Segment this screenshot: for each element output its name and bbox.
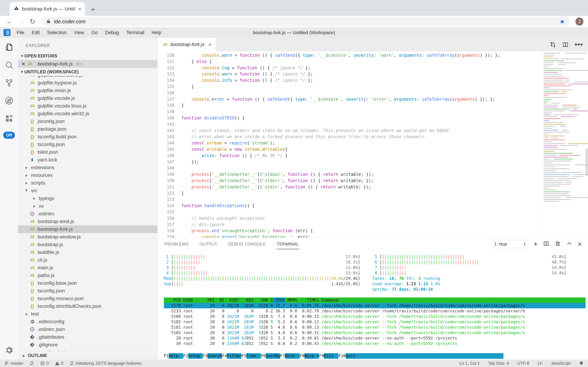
file-row[interactable]: .eslintrc.json (18, 325, 157, 333)
split-editor-icon[interactable] (562, 41, 569, 48)
status-branch[interactable]: master (4, 361, 23, 366)
file-row[interactable]: .eslintrc (18, 210, 157, 218)
file-row[interactable]: {}tsconfig.base.json (18, 279, 157, 287)
code-line[interactable]: 131 } else { (157, 59, 542, 65)
code-line[interactable]: 134 console.info = function () { /* igno… (157, 77, 542, 84)
file-row[interactable]: JSgulpfile.vscode.js (18, 94, 157, 102)
folder-row[interactable]: ▸src (18, 187, 157, 194)
menu-view[interactable]: View (70, 30, 88, 35)
off-toggle-badge[interactable]: Off (3, 132, 15, 139)
address-bar[interactable]: ide.coder.com ★ (41, 17, 570, 26)
bell-icon[interactable] (579, 361, 584, 366)
status-utf-8[interactable]: UTF-8 (517, 361, 529, 366)
avatar[interactable]: J (575, 17, 583, 25)
code-line[interactable]: 148 (157, 165, 542, 171)
maximize-panel-icon[interactable] (566, 240, 572, 248)
editor-tab[interactable]: JS bootstrap-fork.js × (157, 38, 216, 51)
file-row[interactable]: {}tsconfig.json (18, 141, 157, 148)
close-editor-icon[interactable]: × (22, 61, 25, 67)
status-warning[interactable]: 0 (55, 361, 63, 366)
file-row[interactable]: {}tslint.json (18, 148, 157, 156)
folder-row[interactable]: ▸extensions (18, 164, 157, 171)
code-line[interactable]: 141 (157, 121, 542, 128)
debug-off-icon[interactable] (4, 96, 14, 105)
status-error[interactable]: 0 (40, 361, 49, 366)
code-line[interactable]: 143 // error when we are inside a forked… (157, 134, 542, 140)
status-tab-size-4[interactable]: Tab Size: 4 (488, 361, 509, 366)
app-logo-icon[interactable] (3, 29, 10, 36)
explorer-icon[interactable] (4, 42, 14, 52)
editor-scrollbar[interactable] (586, 148, 588, 176)
terminal[interactable]: 1[|||||||||||||17.8%]2[|||||||||||16.1%]… (157, 250, 588, 359)
code-line[interactable]: 154function handleExceptions() { (157, 203, 542, 209)
code-line[interactable]: 156 // Handle uncaught exceptions (157, 215, 542, 222)
outline-header[interactable]: ▸ OUTLINE (18, 351, 157, 359)
code-line[interactable]: 130 console.warn = function () { safeSen… (157, 52, 542, 59)
panel-tab-terminal[interactable]: TERMINAL (276, 241, 299, 248)
code-line[interactable]: 137 console.error = function () { safeSe… (157, 96, 542, 103)
code-line[interactable]: 136 (157, 90, 542, 96)
search-icon[interactable] (4, 60, 14, 70)
code-line[interactable]: 155 (157, 209, 542, 215)
settings-gear-icon[interactable] (4, 345, 14, 355)
file-row[interactable]: {}tsconfig.json (18, 287, 157, 295)
file-row[interactable]: JSbootstrap-amd.js (18, 218, 157, 225)
status-lf[interactable]: LF (538, 361, 542, 366)
file-row[interactable]: .editorconfig (18, 318, 157, 325)
code-line[interactable]: 153 (157, 196, 542, 203)
file-row[interactable]: JScli.js (18, 256, 157, 264)
code-line[interactable]: 139 (157, 109, 542, 115)
terminal-select[interactable]: 1: htop ▲▼ (492, 240, 528, 248)
process-table-header[interactable]: PIDUSERPRINIVIRTRESSHRSCPU%MEM%TIME+Comm… (164, 298, 586, 303)
file-row[interactable]: JSgulpfile.extensions.js (18, 76, 157, 79)
more-actions-icon[interactable]: ••• (575, 41, 583, 49)
code-line[interactable]: 159 console.error('Uncaught Exception: '… (157, 234, 542, 238)
source-control-icon[interactable] (4, 78, 14, 88)
code-editor[interactable]: 130 console.warn = function () { safeSen… (157, 51, 588, 238)
folder-row[interactable]: ▸scripts (18, 179, 157, 187)
code-line[interactable]: 158 process.on('uncaughtException', func… (157, 228, 542, 234)
code-line[interactable]: 150 process['__defineGetter__']('stderr'… (157, 178, 542, 184)
menu-help[interactable]: Help (148, 30, 165, 35)
code-line[interactable]: 132 console.log = function () { /* ignor… (157, 65, 542, 71)
menu-selection[interactable]: Selection (43, 30, 70, 35)
code-line[interactable]: 144 const stream = require('stream'); (157, 140, 542, 146)
split-terminal-icon[interactable] (543, 240, 549, 248)
code-line[interactable]: 149 process['__defineGetter__']('stdout'… (157, 171, 542, 178)
open-editor-item[interactable]: × JS bootstrap-fork.js src (18, 60, 157, 68)
file-row[interactable]: JSpaths.js (18, 272, 157, 279)
menu-debug[interactable]: Debug (101, 30, 123, 35)
file-row[interactable]: {}package.json (18, 125, 157, 133)
folder-row[interactable]: ▸vs (18, 202, 157, 210)
browser-tab[interactable]: bootstrap-fork.js — Untitled (W × (10, 2, 85, 16)
file-row[interactable]: JSgulpfile.vscode.win32.js (18, 110, 157, 117)
forward-icon[interactable]: → (16, 17, 26, 26)
file-row[interactable]: JSmain.js (18, 264, 157, 272)
file-row[interactable]: {}tsconfig.monaco.json (18, 295, 157, 302)
status-sync[interactable] (29, 361, 34, 366)
file-row[interactable]: yarn.lock (18, 156, 157, 164)
file-row[interactable]: JSbootstrap-window.js (18, 233, 157, 241)
file-row[interactable]: JSbuildfile.js (18, 249, 157, 256)
new-terminal-icon[interactable]: + (534, 241, 538, 248)
sync-changes-icon[interactable] (549, 41, 556, 48)
code-line[interactable]: 140function disableSTDIO() { (157, 115, 542, 121)
code-line[interactable]: 133 console.warn = function () { /* igno… (157, 71, 542, 77)
folder-row[interactable]: ▸typings (18, 194, 157, 202)
editor-tab-close-icon[interactable]: × (208, 42, 211, 48)
bookmark-star-icon[interactable]: ★ (560, 18, 565, 25)
code-line[interactable]: 151 process['__defineGetter__']('stdin',… (157, 184, 542, 190)
close-panel-icon[interactable]: × (578, 241, 582, 248)
file-row[interactable]: JSgulpfile.mixin.js (18, 87, 157, 94)
file-row[interactable]: .gitignore (18, 341, 157, 349)
menu-file[interactable]: File (13, 30, 28, 35)
file-row[interactable]: JSgulpfile.hygiene.js (18, 79, 157, 87)
back-icon[interactable]: ← (5, 17, 14, 26)
file-row[interactable]: JSbootstrap.js (18, 241, 157, 249)
file-row[interactable]: .gitattributes (18, 333, 157, 341)
folder-row[interactable]: ▸resources (18, 171, 157, 179)
code-line[interactable]: 135 } (157, 84, 542, 90)
open-editors-header[interactable]: ▾ OPEN EDITORS (18, 52, 157, 60)
status-spinner[interactable]: Initializing JS/TS language features (69, 361, 141, 366)
workspace-header[interactable]: ▾ UNTITLED (WORKSPACE) (18, 68, 157, 76)
